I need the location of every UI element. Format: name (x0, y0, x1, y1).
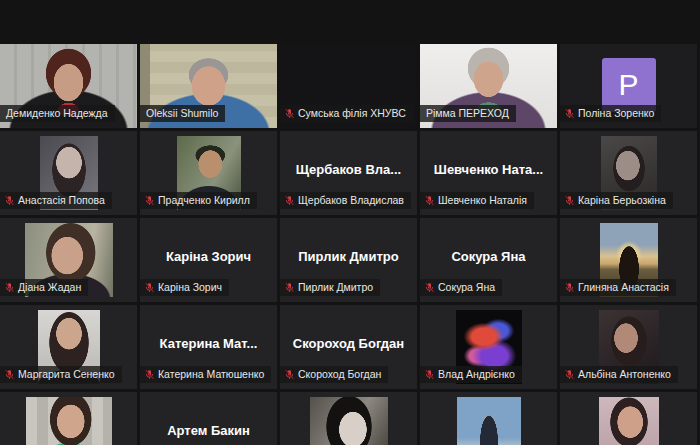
participant-name: Сумська філія ХНУВС (298, 107, 406, 119)
mic-off-icon (4, 369, 15, 380)
participant-tile[interactable]: Альбіна Антоненко (560, 305, 697, 389)
participant-tile[interactable]: Сокура Яна Сокура Яна (420, 218, 557, 302)
participant-name: Каріна Зорич (158, 281, 222, 293)
participant-tile[interactable]: Діана Жадан (0, 218, 137, 302)
mic-off-icon (144, 195, 155, 206)
participant-name: Прадченко Кирилл (158, 194, 250, 206)
participant-name-label: Каріна Зорич (140, 279, 229, 296)
mic-off-icon (4, 195, 15, 206)
mic-off-icon (284, 195, 295, 206)
participant-tile[interactable]: Сніжана Сапун (280, 392, 417, 445)
participant-name-label: Діана Жадан (0, 279, 88, 296)
participant-display-name: Артем Бакин (140, 423, 277, 438)
participant-name: Каріна Берьозкіна (578, 194, 666, 206)
participant-name-label: Сокура Яна (420, 279, 502, 296)
participant-name: Катерина Матюшенко (158, 368, 264, 380)
mic-off-icon (144, 369, 155, 380)
participant-photo (310, 397, 388, 445)
mic-off-icon (4, 282, 15, 293)
participant-name-label: Анастасія Попова (0, 192, 112, 209)
meeting-window: { "app": { "view": "gallery", "colors": … (0, 0, 700, 445)
participant-name-label: Oleksii Shumilo (140, 105, 225, 122)
participant-name-label: Каріна Берьозкіна (560, 192, 673, 209)
participant-tile[interactable]: Oleksii Shumilo (140, 44, 277, 128)
participant-name: Діана Жадан (18, 281, 81, 293)
participant-tile[interactable]: Каріна Берьозкіна (560, 131, 697, 215)
participant-name: Альбіна Антоненко (578, 368, 671, 380)
participant-photo (599, 397, 659, 445)
mic-off-icon (424, 195, 435, 206)
participant-name-label: Скороход Богдан (280, 366, 388, 383)
participant-name-label: Сумська філія ХНУВС (280, 105, 413, 122)
participant-tile[interactable]: Влад Андрієнко (420, 305, 557, 389)
participant-photo (457, 397, 521, 445)
mic-off-icon (564, 282, 575, 293)
participant-name-label: Демиденко Надежда (0, 105, 115, 122)
participant-tile[interactable]: Анастасія Попова (0, 131, 137, 215)
participant-tile[interactable]: Маргарита Сененко (0, 305, 137, 389)
participant-name-label: Альбіна Антоненко (560, 366, 678, 383)
participant-name: Поліна Зоренко (578, 107, 654, 119)
participant-display-name: Скороход Богдан (280, 336, 417, 351)
participant-name: Влад Андрієнко (438, 368, 515, 380)
participant-tile[interactable]: Юлія Бондаренко (560, 392, 697, 445)
participant-tile[interactable]: P Поліна Зоренко (560, 44, 697, 128)
participant-tile[interactable]: Шевченко Ната... Шевченко Наталія (420, 131, 557, 215)
participant-tile[interactable]: Пирлик Дмитро Пирлик Дмитро (280, 218, 417, 302)
participant-name-label: Влад Андрієнко (420, 366, 522, 383)
participant-name: Глиняна Анастасія (578, 281, 669, 293)
mic-off-icon (564, 108, 575, 119)
participant-tile[interactable]: Прадченко Кирилл (140, 131, 277, 215)
participant-name-label: Прадченко Кирилл (140, 192, 257, 209)
participant-name-label: Пирлик Дмитро (280, 279, 380, 296)
participant-name: Oleksii Shumilo (146, 107, 218, 119)
participant-name: Скороход Богдан (298, 368, 381, 380)
participant-tile[interactable]: Глиняна Анастасія (560, 218, 697, 302)
participant-tile[interactable]: Рімма ПЕРЕХОД (420, 44, 557, 128)
mic-off-icon (284, 108, 295, 119)
mic-off-icon (424, 282, 435, 293)
letter-avatar: P (602, 58, 656, 112)
participant-name-label: Маргарита Сененко (0, 366, 122, 383)
participant-display-name: Щербаков Вла... (280, 162, 417, 177)
participant-name: Сокура Яна (438, 281, 495, 293)
participant-tile[interactable]: Сумська філія ХНУВС (280, 44, 417, 128)
mic-off-icon (144, 282, 155, 293)
participant-name: Маргарита Сененко (18, 368, 115, 380)
participant-name: Анастасія Попова (18, 194, 105, 206)
participant-name-label: Глиняна Анастасія (560, 279, 676, 296)
participant-name: Рімма ПЕРЕХОД (426, 107, 509, 119)
mic-off-icon (564, 369, 575, 380)
participant-tile[interactable]: Скороход Богдан Скороход Богдан (280, 305, 417, 389)
participant-name: Пирлик Дмитро (298, 281, 373, 293)
participant-name-label: Поліна Зоренко (560, 105, 661, 122)
participant-tile[interactable]: Каріна Зорич Каріна Зорич (140, 218, 277, 302)
participant-tile[interactable]: Катерина Мат... Катерина Матюшенко (140, 305, 277, 389)
participant-name-label: Щербаков Владислав (280, 192, 411, 209)
participant-name-label: Шевченко Наталія (420, 192, 534, 209)
participant-display-name: Шевченко Ната... (420, 162, 557, 177)
participant-tile[interactable]: Демиденко Надежда (0, 44, 137, 128)
participants-gallery-grid: Демиденко Надежда Oleksii Shumilo Сумськ… (0, 44, 697, 445)
participant-tile[interactable]: Щербаков Вла... Щербаков Владислав (280, 131, 417, 215)
participant-name: Демиденко Надежда (6, 107, 108, 119)
participant-name-label: Катерина Матюшенко (140, 366, 271, 383)
participant-name: Шевченко Наталія (438, 194, 527, 206)
participant-photo (26, 397, 112, 445)
participant-display-name: Каріна Зорич (140, 249, 277, 264)
participant-tile[interactable]: Дарина Сущенко (420, 392, 557, 445)
participant-display-name: Пирлик Дмитро (280, 249, 417, 264)
participant-tile[interactable]: Артем Бакин Артем Бакин (140, 392, 277, 445)
mic-off-icon (284, 369, 295, 380)
participant-name: Щербаков Владислав (298, 194, 404, 206)
participant-name-label: Рімма ПЕРЕХОД (420, 105, 516, 122)
participant-display-name: Сокура Яна (420, 249, 557, 264)
participant-tile[interactable]: Анастасія Черниш (0, 392, 137, 445)
mic-off-icon (564, 195, 575, 206)
mic-off-icon (424, 369, 435, 380)
participant-display-name: Катерина Мат... (140, 336, 277, 351)
mic-off-icon (284, 282, 295, 293)
